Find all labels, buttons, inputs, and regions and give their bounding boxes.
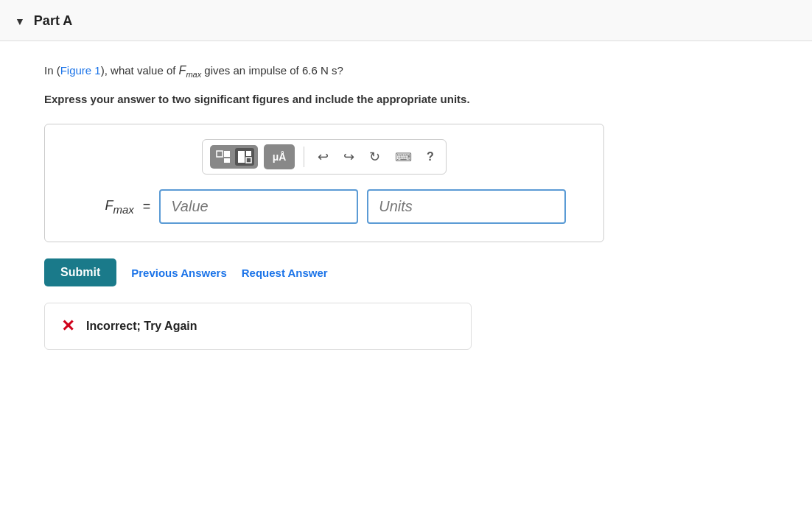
variable-sub: max	[186, 70, 201, 79]
main-content: In (Figure 1), what value of Fmax gives …	[0, 41, 812, 372]
equals-sign: =	[143, 199, 151, 214]
toolbar-blocks-group	[210, 145, 258, 169]
feedback-box: ✕ Incorrect; Try Again	[44, 303, 472, 350]
equation-label: Fmax	[83, 198, 134, 216]
question-text: In (Figure 1), what value of Fmax gives …	[44, 62, 790, 81]
toolbar-help-button[interactable]: ?	[422, 147, 438, 166]
f-variable: F	[105, 198, 113, 213]
toolbar-block-icon-1[interactable]	[214, 148, 233, 166]
variable-f: Fmax	[179, 64, 202, 77]
svg-rect-2	[224, 158, 230, 163]
incorrect-icon: ✕	[61, 317, 74, 336]
toolbar: μÅ ↩ ↪ ↻ ⌨	[202, 139, 447, 175]
keyboard-icon: ⌨	[395, 150, 412, 164]
svg-rect-4	[246, 151, 251, 156]
toolbar-block-icon-2[interactable]	[235, 148, 254, 166]
figure-link[interactable]: Figure 1	[60, 64, 101, 77]
part-header: ▼ Part A	[0, 0, 812, 41]
toolbar-mu-label: μÅ	[273, 151, 287, 163]
input-row: Fmax =	[60, 189, 589, 224]
undo-icon: ↩	[318, 149, 329, 165]
toolbar-refresh-button[interactable]: ↻	[365, 146, 385, 168]
request-answer-link[interactable]: Request Answer	[242, 267, 328, 279]
toolbar-mu-button[interactable]: μÅ	[264, 144, 295, 169]
feedback-text: Incorrect; Try Again	[86, 320, 197, 333]
svg-rect-0	[217, 151, 223, 157]
answer-box: μÅ ↩ ↪ ↻ ⌨	[44, 124, 604, 242]
chevron-down-icon[interactable]: ▼	[15, 15, 25, 27]
intro-prefix: In (	[44, 64, 60, 77]
redo-icon: ↪	[343, 149, 354, 165]
refresh-icon: ↻	[369, 149, 380, 165]
page-container: ▼ Part A In (Figure 1), what value of Fm…	[0, 0, 812, 372]
previous-answers-link[interactable]: Previous Answers	[131, 267, 227, 279]
intro-suffix: ), what value of	[101, 64, 176, 77]
svg-rect-5	[246, 158, 251, 163]
toolbar-undo-button[interactable]: ↩	[313, 146, 333, 168]
svg-rect-1	[224, 151, 230, 157]
svg-rect-3	[238, 151, 245, 163]
toolbar-redo-button[interactable]: ↪	[339, 146, 359, 168]
part-title: Part A	[34, 13, 72, 29]
units-input[interactable]	[367, 189, 566, 224]
f-sub: max	[113, 203, 133, 215]
submit-button[interactable]: Submit	[44, 258, 116, 286]
value-input[interactable]	[159, 189, 358, 224]
toolbar-separator	[304, 147, 304, 167]
toolbar-keyboard-button[interactable]: ⌨	[391, 147, 416, 167]
question-suffix: gives an impulse of 6.6 N s?	[204, 64, 343, 77]
help-icon: ?	[427, 150, 434, 163]
express-instruction: Express your answer to two significant f…	[44, 91, 790, 108]
action-row: Submit Previous Answers Request Answer	[44, 258, 790, 286]
